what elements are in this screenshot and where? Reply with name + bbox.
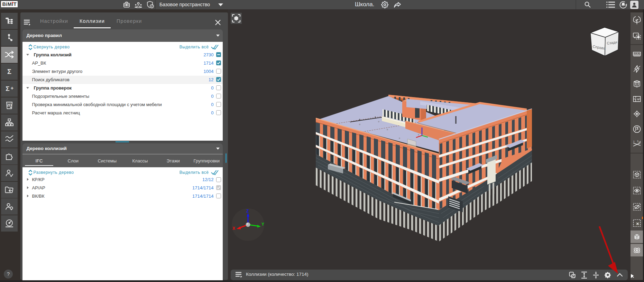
svg-text:X: X	[232, 226, 235, 231]
svg-text:Σ: Σ	[7, 68, 11, 75]
svg-text:2: 2	[637, 140, 638, 142]
svg-text:Y: Y	[261, 222, 264, 227]
svg-text:Σ: Σ	[6, 85, 9, 92]
svg-text:+: +	[11, 85, 14, 91]
svg-text:Z: Z	[246, 209, 249, 214]
svg-text:1: 1	[633, 140, 635, 143]
svg-text:2D: 2D	[7, 103, 12, 107]
svg-text:BiMiT: BiMiT	[2, 1, 17, 7]
